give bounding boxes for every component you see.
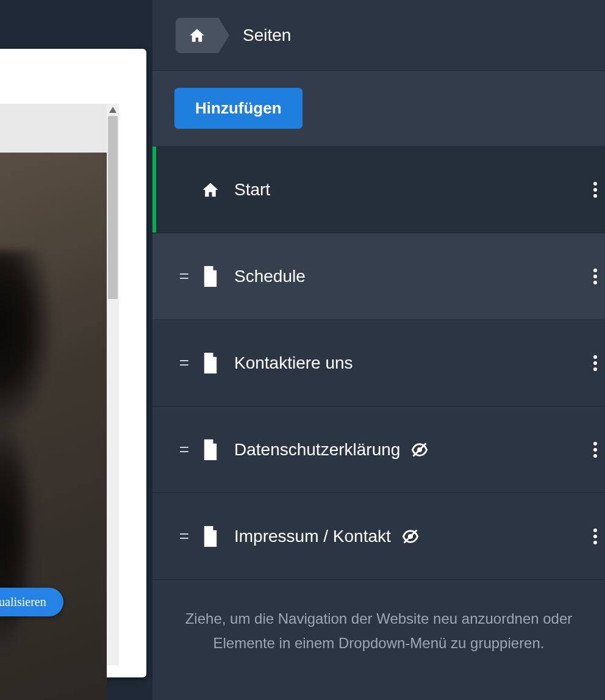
scroll-thumb[interactable]	[108, 116, 118, 299]
hidden-icon	[411, 441, 428, 458]
svg-rect-12	[213, 439, 218, 444]
site-preview-strip: Aktualisieren	[0, 0, 152, 700]
page-icon	[198, 266, 223, 287]
drag-handle-icon[interactable]: =	[171, 528, 198, 545]
page-label: Start	[234, 180, 270, 200]
page-label: Impressum / Kontakt	[234, 527, 391, 546]
svg-point-23	[593, 541, 597, 544]
page-actions-menu[interactable]	[589, 182, 598, 198]
svg-rect-4	[213, 266, 218, 270]
preview-frame: Aktualisieren	[0, 49, 146, 677]
page-label: Datenschutzerklärung	[234, 440, 400, 460]
page-row-datenschutz[interactable]: = Datenschutzerklärung	[152, 406, 605, 493]
page-actions-menu[interactable]	[589, 442, 598, 458]
svg-point-5	[593, 269, 597, 272]
page-actions-menu[interactable]	[589, 355, 598, 371]
page-icon	[198, 353, 223, 373]
pages-panel: Seiten Hinzufügen Start = Schedule	[152, 0, 605, 700]
svg-point-10	[593, 361, 597, 365]
breadcrumb-home[interactable]	[176, 18, 218, 53]
refresh-preview-button[interactable]: Aktualisieren	[0, 588, 63, 616]
page-label: Kontaktiere uns	[234, 353, 353, 373]
active-page-marker	[152, 146, 156, 233]
add-bar: Hinzufügen	[152, 71, 605, 146]
drag-handle-icon[interactable]: =	[171, 355, 198, 372]
reorder-help-text: Ziehe, um die Navigation der Website neu…	[152, 580, 605, 655]
page-icon	[198, 439, 223, 460]
svg-point-7	[593, 281, 597, 284]
page-actions-menu[interactable]	[589, 529, 598, 544]
drag-handle-icon[interactable]: =	[171, 441, 198, 458]
preview-hero-image	[0, 153, 107, 700]
svg-point-21	[593, 529, 597, 532]
svg-point-16	[593, 448, 597, 452]
svg-point-17	[593, 454, 597, 458]
page-row-impressum[interactable]: = Impressum / Kontakt	[152, 493, 605, 580]
page-label: Schedule	[234, 267, 306, 286]
page-row-kontaktiere-uns[interactable]: = Kontaktiere uns	[152, 320, 605, 406]
page-actions-menu[interactable]	[589, 269, 598, 284]
hidden-icon	[402, 528, 419, 545]
page-icon	[198, 526, 223, 547]
svg-point-9	[593, 355, 597, 359]
svg-point-6	[593, 275, 597, 278]
page-row-start[interactable]: Start	[152, 146, 605, 233]
preview-scrollbar[interactable]	[107, 104, 119, 665]
svg-marker-0	[109, 107, 116, 113]
page-row-schedule[interactable]: = Schedule	[152, 233, 605, 320]
panel-header: Seiten	[152, 0, 605, 71]
svg-point-15	[593, 442, 597, 446]
svg-point-1	[593, 182, 597, 186]
add-page-button[interactable]: Hinzufügen	[174, 88, 302, 129]
svg-rect-8	[213, 353, 218, 357]
drag-handle-icon[interactable]: =	[171, 268, 198, 285]
scroll-up-arrow-icon[interactable]	[107, 104, 119, 116]
svg-point-11	[593, 367, 597, 371]
home-icon	[188, 27, 206, 44]
svg-rect-18	[213, 526, 218, 530]
svg-point-2	[593, 188, 597, 192]
panel-title: Seiten	[243, 26, 291, 45]
svg-point-3	[593, 194, 597, 198]
home-icon	[198, 181, 223, 199]
svg-point-22	[593, 535, 597, 538]
